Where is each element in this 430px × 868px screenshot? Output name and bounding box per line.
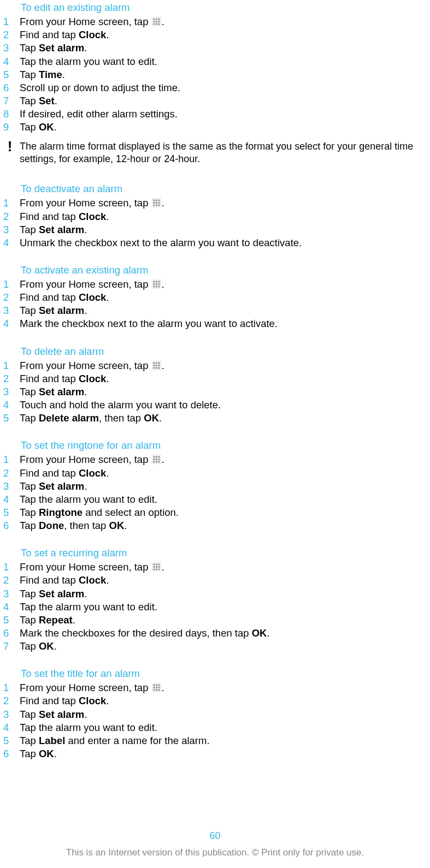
step-text: Tap Set alarm. <box>20 480 430 492</box>
section-title: To delete an alarm <box>0 341 430 359</box>
apps-grid-icon <box>152 198 161 207</box>
svg-rect-46 <box>158 459 160 460</box>
svg-rect-25 <box>156 283 157 285</box>
step-number: 2 <box>0 210 20 223</box>
step-text: Tap OK. <box>20 747 430 760</box>
step-list: 1From your Home screen, tap .2Find and t… <box>0 359 430 425</box>
step-number: 2 <box>0 291 20 304</box>
svg-rect-26 <box>158 283 160 285</box>
step: 4Unmark the checkbox next to the alarm y… <box>0 236 430 249</box>
svg-rect-64 <box>153 687 155 688</box>
step: 1From your Home screen, tap . <box>0 561 430 574</box>
step-text: Scroll up or down to adjust the time. <box>20 81 430 94</box>
svg-rect-19 <box>158 205 160 206</box>
step-list: 1From your Home screen, tap .2Find and t… <box>0 278 430 331</box>
step: 1From your Home screen, tap . <box>0 197 430 210</box>
step-number: 6 <box>0 627 20 639</box>
apps-grid-icon <box>152 17 161 26</box>
svg-rect-9 <box>158 23 160 25</box>
step-number: 3 <box>0 385 20 398</box>
step: 2Find and tap Clock. <box>0 574 430 587</box>
step-list: 1From your Home screen, tap .2Find and t… <box>0 561 430 653</box>
step-text: Find and tap Clock. <box>20 467 430 479</box>
apps-grid-icon <box>152 683 161 692</box>
step-text: Tap OK. <box>20 640 430 652</box>
step-text: Tap Time. <box>20 68 430 81</box>
step-number: 1 <box>0 15 20 28</box>
step-text: From your Home screen, tap . <box>20 197 430 209</box>
svg-rect-51 <box>153 564 155 566</box>
svg-rect-61 <box>153 685 155 686</box>
apps-grid-icon <box>152 562 161 572</box>
step-number: 4 <box>0 317 20 330</box>
step: 5Tap Time. <box>0 68 430 81</box>
section: To delete an alarm1From your Home screen… <box>0 341 430 425</box>
svg-rect-38 <box>156 367 157 368</box>
svg-rect-62 <box>156 685 157 686</box>
svg-rect-47 <box>153 461 155 463</box>
step-text: Find and tap Clock. <box>20 372 430 385</box>
svg-rect-59 <box>158 569 160 570</box>
svg-rect-39 <box>158 367 160 368</box>
step-number: 3 <box>0 587 20 600</box>
step-text: Tap Set alarm. <box>20 708 430 721</box>
step: 5Tap Ringtone and select an option. <box>0 506 430 519</box>
step-number: 1 <box>0 681 20 694</box>
step: 2Find and tap Clock. <box>0 28 430 41</box>
step: 8If desired, edit other alarm settings. <box>0 108 430 121</box>
step-text: Touch and hold the alarm you want to del… <box>20 399 430 411</box>
svg-rect-33 <box>158 362 160 364</box>
svg-rect-58 <box>156 569 157 570</box>
svg-rect-4 <box>153 21 155 22</box>
step: 2Find and tap Clock. <box>0 467 430 480</box>
svg-rect-66 <box>158 687 160 688</box>
step-number: 3 <box>0 223 20 236</box>
svg-rect-28 <box>156 286 157 288</box>
step-text: Find and tap Clock. <box>20 694 430 707</box>
svg-rect-3 <box>158 19 160 20</box>
step-text: From your Home screen, tap . <box>20 681 430 694</box>
step: 2Find and tap Clock. <box>0 694 430 708</box>
step-text: Find and tap Clock. <box>20 291 430 304</box>
step-text: Tap the alarm you want to edit. <box>20 493 430 506</box>
step-text: Tap Set. <box>20 94 430 107</box>
svg-rect-69 <box>158 689 160 691</box>
svg-rect-57 <box>153 569 155 570</box>
step-text: Tap Repeat. <box>20 614 430 626</box>
step-number: 4 <box>0 493 20 506</box>
step-number: 3 <box>0 480 20 492</box>
step-text: From your Home screen, tap . <box>20 278 430 290</box>
step-text: Tap Label and enter a name for the alarm… <box>20 734 430 747</box>
apps-grid-icon <box>152 361 161 370</box>
apps-grid-icon <box>152 280 161 289</box>
step: 3Tap Set alarm. <box>0 304 430 317</box>
step: 3Tap Set alarm. <box>0 587 430 601</box>
step-number: 1 <box>0 197 20 209</box>
step: 1From your Home screen, tap . <box>0 453 430 466</box>
step-text: Tap the alarm you want to edit. <box>20 601 430 613</box>
apps-grid-icon <box>152 455 161 464</box>
step: 6Tap Done, then tap OK. <box>0 519 430 532</box>
svg-rect-11 <box>153 200 155 201</box>
step: 2Find and tap Clock. <box>0 210 430 223</box>
svg-rect-8 <box>156 23 157 25</box>
section-title: To set a recurring alarm <box>0 542 430 561</box>
step-number: 4 <box>0 399 20 411</box>
svg-rect-34 <box>153 365 155 366</box>
page: To edit an existing alarm1From your Home… <box>0 0 430 868</box>
step-number: 7 <box>0 94 20 107</box>
svg-rect-63 <box>158 685 160 686</box>
step-text: Tap Set alarm. <box>20 587 430 600</box>
svg-rect-6 <box>158 21 160 22</box>
step-text: If desired, edit other alarm settings. <box>20 108 430 120</box>
step-number: 3 <box>0 708 20 721</box>
section-title: To set the ringtone for an alarm <box>0 435 430 453</box>
step: 1From your Home screen, tap . <box>0 359 430 372</box>
svg-rect-2 <box>156 19 157 20</box>
step-text: Tap Ringtone and select an option. <box>20 506 430 519</box>
step-number: 1 <box>0 359 20 372</box>
svg-rect-65 <box>156 687 157 688</box>
step-text: From your Home screen, tap . <box>20 561 430 573</box>
svg-rect-29 <box>158 286 160 288</box>
step-number: 5 <box>0 506 20 519</box>
